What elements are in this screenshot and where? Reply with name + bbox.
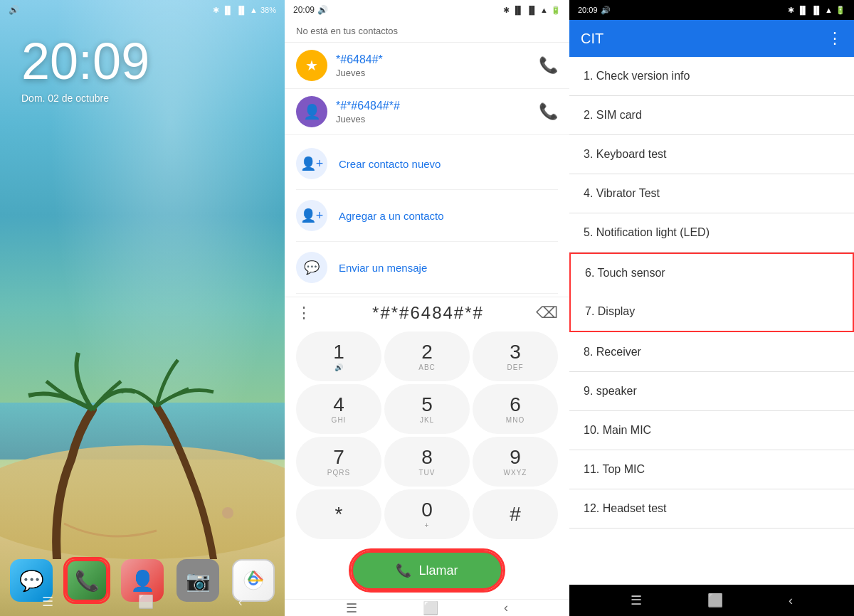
key-8[interactable]: 8 TUV — [384, 437, 470, 487]
key-4[interactable]: 4 GHI — [296, 384, 381, 434]
cit-item-10[interactable]: 10. Main MIC — [569, 411, 854, 450]
send-message-action[interactable]: 💬 Enviar un mensaje — [296, 242, 558, 294]
cit-item-7-label: 7. Display — [585, 305, 635, 317]
contact-item-1[interactable]: ★ *#6484#* Jueves 📞 — [285, 43, 569, 89]
cit-status-icons: ✱ ▐▌ ▐▌ ▲ 🔋 — [788, 6, 845, 15]
cit-item-list: 1. Check version info 2. SIM card 3. Key… — [569, 57, 854, 585]
svg-point-1 — [0, 445, 285, 559]
nav-back-button[interactable]: ‹ — [238, 595, 243, 610]
key-3-sub: DEF — [507, 363, 524, 371]
contact-item-2[interactable]: 👤 *#*#6484#*# Jueves 📞 — [285, 89, 569, 135]
contact-info-1: *#6484#* Jueves — [336, 53, 539, 78]
lockscreen-time: 20:09 — [21, 36, 149, 87]
key-5-main: 5 — [421, 394, 433, 416]
cit-time: 20:09 — [578, 6, 598, 14]
dialer-status-icons: ✱ ▐▌ ▐▌ ▲ 🔋 — [503, 6, 561, 15]
dialer-nav-back[interactable]: ‹ — [504, 600, 508, 615]
add-to-contact-label: Agregar a un contacto — [339, 210, 444, 222]
key-9[interactable]: 9 WXYZ — [473, 437, 558, 487]
call-button-row: 📞 Llamar — [285, 542, 569, 599]
dialer-wifi-icon: ▲ — [540, 6, 548, 14]
add-to-contact-action[interactable]: 👤+ Agregar a un contacto — [296, 190, 558, 242]
cit-item-11-label: 11. Top MIC — [584, 463, 645, 475]
cit-item-1[interactable]: 1. Check version info — [569, 57, 854, 96]
contact-avatar-1: ★ — [296, 50, 327, 81]
cit-item-10-label: 10. Main MIC — [584, 424, 651, 436]
key-6[interactable]: 6 MNO — [473, 384, 558, 434]
contact-name-2: *#*#6484#*# — [336, 100, 539, 112]
key-7-sub: PQRS — [327, 469, 350, 477]
cit-item-8[interactable]: 8. Receiver — [569, 333, 854, 372]
key-6-main: 6 — [510, 394, 521, 416]
call-button-label: Llamar — [418, 563, 458, 578]
contact-info-2: *#*#6484#*# Jueves — [336, 100, 539, 124]
dialer-nav-menu[interactable]: ☰ — [346, 600, 357, 616]
key-4-main: 4 — [333, 394, 344, 416]
dialer-backspace-button[interactable]: ⌫ — [536, 304, 558, 322]
key-8-main: 8 — [421, 447, 433, 469]
key-9-sub: WXYZ — [504, 469, 527, 477]
cit-item-2[interactable]: 2. SIM card — [569, 96, 854, 135]
key-2[interactable]: 2 ABC — [384, 331, 470, 381]
cit-item-7[interactable]: 7. Display — [569, 292, 854, 332]
cit-item-5[interactable]: 5. Notification light (LED) — [569, 213, 854, 253]
key-4-sub: GHI — [332, 416, 347, 424]
cit-item-4[interactable]: 4. Vibrator Test — [569, 174, 854, 213]
key-1[interactable]: 1 🔊 — [296, 331, 381, 381]
battery-display: 38% — [260, 6, 276, 14]
cit-item-1-label: 1. Check version info — [584, 70, 690, 82]
dialer-nav-home[interactable]: ⬜ — [423, 600, 438, 616]
cit-item-9-label: 9. speaker — [584, 385, 637, 397]
contact-call-icon-1[interactable]: 📞 — [539, 56, 558, 75]
key-hash-main: # — [510, 504, 521, 526]
signal-icon: ▐▌ — [222, 6, 233, 14]
key-2-sub: ABC — [418, 363, 436, 371]
cit-volume-icon: 🔊 — [601, 6, 611, 15]
cit-item-3[interactable]: 3. Keyboard test — [569, 135, 854, 174]
key-0-main: 0 — [421, 499, 433, 521]
create-contact-label: Crear contacto nuevo — [339, 158, 441, 170]
cit-nav-home[interactable]: ⬜ — [707, 593, 723, 608]
key-1-main: 1 — [333, 341, 344, 363]
contact-sub-2: Jueves — [336, 114, 539, 124]
contact-avatar-2: 👤 — [296, 96, 327, 127]
signal2-icon: ▐▌ — [236, 6, 247, 14]
call-button[interactable]: 📞 Llamar — [351, 551, 502, 590]
dialer-status-bar: 20:09 🔊 ✱ ▐▌ ▐▌ ▲ 🔋 — [285, 0, 569, 20]
dialer-number-display: *#*#6484#*# — [320, 303, 536, 323]
nav-menu-button[interactable]: ☰ — [42, 594, 53, 610]
cit-item-11[interactable]: 11. Top MIC — [569, 450, 854, 489]
key-5[interactable]: 5 JKL — [384, 384, 470, 434]
cit-nav-back[interactable]: ‹ — [789, 593, 793, 608]
bluetooth-icon: ✱ — [213, 6, 219, 15]
send-message-icon: 💬 — [296, 252, 327, 283]
cit-item-12[interactable]: 12. Headset test — [569, 489, 854, 529]
key-3[interactable]: 3 DEF — [473, 331, 558, 381]
cit-wifi-icon: ▲ — [825, 6, 833, 14]
cit-item-6[interactable]: 6. Touch sensor — [569, 253, 854, 292]
key-7[interactable]: 7 PQRS — [296, 437, 381, 487]
key-0[interactable]: 0 + — [384, 489, 470, 539]
key-0-sub: + — [425, 521, 430, 529]
call-phone-icon: 📞 — [396, 563, 411, 578]
cit-item-9[interactable]: 9. speaker — [569, 372, 854, 411]
lockscreen-status-bar: 🔊 ✱ ▐▌ ▐▌ ▲ 38% — [0, 0, 285, 20]
cit-nav-menu[interactable]: ☰ — [631, 593, 642, 608]
cit-overflow-menu-button[interactable]: ⋮ — [827, 29, 843, 48]
cit-item-2-label: 2. SIM card — [584, 109, 642, 121]
key-9-main: 9 — [510, 447, 521, 469]
cit-toolbar: CIT ⋮ — [569, 20, 854, 57]
nav-home-button[interactable]: ⬜ — [138, 594, 154, 610]
cit-nav-bar: ☰ ⬜ ‹ — [569, 585, 854, 616]
create-contact-action[interactable]: 👤+ Crear contacto nuevo — [296, 138, 558, 190]
cit-item-4-label: 4. Vibrator Test — [584, 187, 660, 199]
dialer-more-button[interactable]: ⋮ — [296, 304, 320, 322]
key-star[interactable]: * — [296, 489, 381, 539]
key-hash[interactable]: # — [473, 489, 558, 539]
wifi-icon: ▲ — [250, 6, 258, 14]
contact-call-icon-2[interactable]: 📞 — [539, 102, 558, 121]
volume-icon: 🔊 — [9, 5, 19, 15]
key-3-main: 3 — [510, 341, 521, 363]
dialer-panel: 20:09 🔊 ✱ ▐▌ ▐▌ ▲ 🔋 No está en tus conta… — [285, 0, 569, 616]
lockscreen-date: Dom. 02 de octubre — [21, 92, 109, 104]
